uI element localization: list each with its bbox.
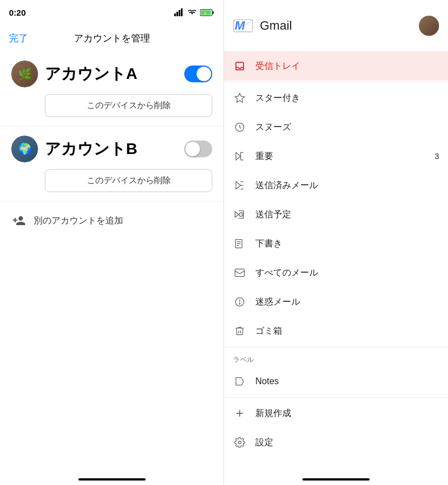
toggle-a[interactable]: [184, 66, 212, 82]
toggle-thumb-b: [185, 142, 200, 156]
trash-icon: [233, 324, 246, 338]
nav-item-important[interactable]: 重要 3: [224, 142, 448, 171]
label-icon: [233, 375, 246, 388]
nav-item-scheduled[interactable]: 送信予定: [224, 200, 448, 229]
add-account-label: 別のアカウントを追加: [34, 215, 123, 227]
home-indicator-right: [302, 478, 370, 481]
divider-1: [224, 82, 448, 82]
avatar-b: 🌍: [11, 136, 38, 162]
starred-label: スター付き: [255, 92, 439, 104]
signal-icon: [174, 8, 184, 16]
svg-point-27: [239, 304, 240, 305]
nav-item-drafts[interactable]: 下書き: [224, 229, 448, 258]
divider-bottom: [224, 397, 448, 398]
svg-point-32: [239, 441, 241, 444]
gmail-header: M Gmail: [224, 0, 448, 52]
account-name-b: アカウントB: [45, 138, 178, 160]
avatar-image-a: 🌿: [11, 60, 38, 87]
manage-accounts-title: アカウントを管理: [74, 32, 150, 45]
account-item-b: 🌍 アカウントB このデバイスから削除: [0, 127, 223, 202]
spam-label: 迷惑メール: [255, 296, 439, 308]
nav-item-spam[interactable]: 迷惑メール: [224, 287, 448, 316]
scheduled-icon: [233, 208, 246, 221]
inbox-icon: [233, 59, 246, 73]
svg-text:⚡: ⚡: [203, 11, 208, 16]
wifi-icon: [188, 9, 197, 16]
svg-rect-1: [176, 12, 178, 16]
battery-icon: ⚡: [200, 9, 214, 16]
nav-item-sent[interactable]: 送信済みメール: [224, 171, 448, 200]
status-time: 0:20: [9, 8, 26, 17]
svg-rect-2: [179, 10, 180, 16]
remove-button-a[interactable]: このデバイスから削除: [45, 94, 212, 117]
avatar-image-b: 🌍: [11, 136, 38, 162]
spam-icon: [233, 295, 246, 309]
account-row-a: 🌿 アカウントA: [11, 60, 212, 87]
drafts-label: 下書き: [255, 238, 439, 250]
toggle-b[interactable]: [184, 141, 212, 157]
toggle-thumb-a: [197, 67, 211, 81]
divider-label: [224, 347, 448, 347]
scheduled-label: 送信予定: [255, 209, 439, 221]
add-account-button[interactable]: 別のアカウントを追加: [0, 202, 223, 240]
draft-icon: [233, 237, 246, 250]
top-bar: 完了 アカウントを管理: [0, 25, 223, 52]
svg-rect-23: [235, 269, 245, 276]
settings-icon: [233, 436, 246, 449]
nav-item-snoozed[interactable]: スヌーズ: [224, 113, 448, 142]
sent-label: 送信済みメール: [255, 180, 439, 192]
home-indicator-left: [78, 478, 146, 481]
nav-item-notes[interactable]: Notes: [224, 367, 448, 396]
star-icon: [233, 91, 246, 105]
status-icons: ⚡: [174, 8, 214, 16]
important-icon: [233, 150, 246, 163]
nav-item-new-label[interactable]: 新規作成: [224, 399, 448, 428]
settings-label: 設定: [255, 437, 439, 449]
all-mail-icon: [233, 266, 246, 279]
trash-label: ゴミ箱: [255, 325, 439, 337]
gmail-title: Gmail: [260, 18, 292, 33]
labels-section-header: ラベル: [224, 348, 448, 367]
svg-rect-0: [174, 13, 176, 16]
gmail-logo: M: [233, 18, 253, 34]
important-label: 重要: [255, 151, 426, 162]
nav-item-trash[interactable]: ゴミ箱: [224, 316, 448, 346]
notes-label: Notes: [255, 376, 439, 386]
svg-marker-10: [235, 94, 245, 102]
gmail-nav-list: 受信トレイ スター付き スヌーズ: [224, 52, 448, 485]
all-mail-label: すべてのメール: [255, 267, 439, 279]
inbox-label: 受信トレイ: [255, 60, 439, 72]
important-badge: 3: [435, 152, 439, 161]
add-account-icon: [11, 213, 27, 228]
new-label-text: 新規作成: [255, 408, 439, 419]
user-avatar-right[interactable]: [419, 16, 439, 36]
account-item-a: 🌿 アカウントA このデバイスから削除: [0, 52, 223, 127]
done-button[interactable]: 完了: [9, 32, 28, 45]
account-management-panel: 0:20 ⚡: [0, 0, 224, 485]
avatar-a: 🌿: [11, 60, 38, 87]
account-name-a: アカウントA: [45, 63, 178, 85]
svg-rect-3: [181, 8, 183, 16]
sent-icon: [233, 179, 246, 192]
snoozed-label: スヌーズ: [255, 122, 439, 133]
nav-item-inbox[interactable]: 受信トレイ: [224, 52, 448, 81]
remove-button-b[interactable]: このデバイスから削除: [45, 169, 212, 192]
account-list: 🌿 アカウントA このデバイスから削除 🌍 アカウントB このデバイスから削: [0, 52, 223, 485]
snooze-icon: [233, 120, 246, 134]
nav-item-starred[interactable]: スター付き: [224, 83, 448, 113]
svg-rect-5: [213, 11, 214, 14]
nav-item-settings[interactable]: 設定: [224, 428, 448, 457]
person-add-icon: [12, 214, 26, 227]
nav-item-all[interactable]: すべてのメール: [224, 258, 448, 287]
status-bar: 0:20 ⚡: [0, 0, 223, 25]
add-label-icon: [233, 407, 246, 420]
svg-text:M: M: [235, 18, 245, 32]
account-row-b: 🌍 アカウントB: [11, 136, 212, 162]
gmail-sidebar-panel: M Gmail 受信トレイ スター付き: [224, 0, 448, 485]
